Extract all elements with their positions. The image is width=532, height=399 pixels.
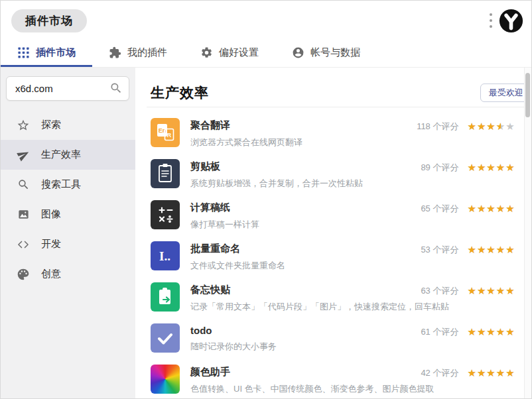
image-icon (17, 208, 30, 221)
calculator-icon (151, 200, 180, 229)
tab-market[interactable]: 插件市场 (1, 40, 92, 67)
rating-count: 61 个评分 (421, 326, 458, 338)
clipboard-icon (151, 159, 180, 188)
sidebar-item-dev[interactable]: 开发 (1, 229, 135, 259)
sidebar-item-label: 图像 (41, 208, 61, 221)
sidebar-item-label: 探索 (41, 119, 61, 131)
plugin-desc: 记录「常用文本」「代码片段」「图片」，快速搜索定位，回车粘贴 (190, 301, 421, 313)
plugin-desc: 文件或文件夹批量重命名 (190, 260, 421, 272)
star-rating-icon: ★★★★★★★★★★ (467, 286, 515, 296)
rating-count: 65 个评分 (421, 203, 458, 215)
sidebar-search (6, 76, 129, 101)
check-icon (151, 323, 180, 353)
star-rating-icon: ★★★★★★★★★★ (467, 368, 515, 378)
plugin-rating: 42 个评分★★★★★★★★★★ (421, 367, 515, 379)
tab-account[interactable]: 帐号与数据 (275, 40, 377, 67)
plugin-desc: 像打草稿一样计算 (190, 219, 421, 231)
scrollbar[interactable] (524, 68, 531, 399)
plugin-row[interactable]: 剪贴板系统剪贴板增强，合并复制，合并一次性粘贴89 个评分★★★★★★★★★★ (151, 154, 531, 196)
puzzle-icon (109, 46, 121, 59)
main-panel: 生产效率 最受欢迎 EnR聚合翻译浏览器方式聚合在线网页翻译118 个评分★★★… (135, 68, 531, 399)
plugin-row[interactable]: 备忘快贴记录「常用文本」「代码片段」「图片」，快速搜索定位，回车粘贴63 个评分… (151, 278, 531, 319)
plugin-name: 备忘快贴 (190, 284, 421, 296)
star-rating-icon: ★★★★★★★★★★ (467, 121, 515, 132)
plugin-row[interactable]: todo随时记录你的大小事务61 个评分★★★★★★★★★★ (151, 319, 531, 360)
tab-label: 偏好设置 (219, 46, 259, 59)
topbar-actions (487, 9, 523, 33)
plugin-row[interactable]: I..批量重命名文件或文件夹批量重命名53 个评分★★★★★★★★★★ (151, 237, 531, 278)
star-icon (17, 119, 30, 132)
plugin-row[interactable]: EnR聚合翻译浏览器方式聚合在线网页翻译118 个评分★★★★★★★★★★ (151, 113, 531, 154)
rating-count: 63 个评分 (421, 285, 458, 297)
translate-icon: EnR (151, 118, 180, 147)
color-wheel-icon (151, 365, 180, 394)
kebab-menu-icon[interactable] (487, 9, 495, 32)
search-icon[interactable] (109, 82, 123, 95)
tab-label: 帐号与数据 (310, 46, 360, 59)
plugin-name: 计算稿纸 (190, 201, 421, 214)
sidebar-item-creative[interactable]: 创意 (1, 259, 135, 289)
plugin-desc: 系统剪贴板增强，合并复制，合并一次性粘贴 (190, 178, 421, 190)
sort-dropdown-label: 最受欢迎 (489, 87, 523, 99)
svg-text:R: R (167, 132, 172, 139)
plugin-rating: 63 个评分★★★★★★★★★★ (421, 285, 515, 297)
gear-icon (200, 46, 213, 59)
search-icon (17, 178, 30, 192)
rating-count: 53 个评分 (421, 244, 458, 256)
plugin-name: 颜色助手 (190, 366, 421, 378)
star-rating-icon: ★★★★★★★★★★ (467, 203, 515, 214)
plugin-rating: 61 个评分★★★★★★★★★★ (421, 326, 515, 338)
sidebar-item-explore[interactable]: 探索 (1, 110, 135, 140)
plugin-desc: 色值转换、UI 色卡、中国传统颜色、渐变色参考、图片颜色提取 (190, 383, 421, 395)
sidebar: 探索生产效率搜索工具图像开发创意 (1, 68, 135, 399)
rating-count: 118 个评分 (417, 121, 458, 133)
sidebar-item-productivity[interactable]: 生产效率 (1, 140, 135, 170)
sidebar-item-search-tools[interactable]: 搜索工具 (1, 170, 135, 200)
tab-bar: 插件市场我的插件偏好设置帐号与数据 (1, 40, 531, 68)
plugin-rating: 65 个评分★★★★★★★★★★ (421, 203, 515, 215)
sidebar-item-label: 创意 (41, 268, 61, 280)
plugin-name: 剪贴板 (190, 160, 421, 173)
main-header: 生产效率 最受欢迎 (151, 68, 531, 107)
plugin-rating: 118 个评分★★★★★★★★★★ (417, 121, 515, 133)
sidebar-item-label: 开发 (41, 238, 61, 251)
person-icon (292, 46, 304, 59)
plugin-desc: 随时记录你的大小事务 (190, 341, 421, 353)
svg-text:I..: I.. (159, 249, 170, 263)
window-topbar: 插件市场 (1, 1, 531, 40)
utools-logo-icon[interactable] (499, 9, 523, 33)
content-area: 探索生产效率搜索工具图像开发创意 生产效率 最受欢迎 EnR聚合翻译浏览器方式聚… (1, 68, 531, 399)
plugin-row[interactable]: 计算稿纸像打草稿一样计算65 个评分★★★★★★★★★★ (151, 196, 531, 237)
tab-label: 插件市场 (36, 46, 76, 59)
memo-icon (151, 282, 180, 312)
sidebar-item-label: 搜索工具 (41, 178, 81, 191)
plugin-rating: 89 个评分★★★★★★★★★★ (421, 162, 515, 174)
scrollbar-thumb[interactable] (525, 73, 530, 117)
plugin-rating: 53 个评分★★★★★★★★★★ (421, 244, 515, 256)
rating-count: 89 个评分 (421, 162, 458, 174)
paper-plane-icon (17, 148, 30, 162)
tab-label: 我的插件 (127, 46, 167, 59)
palette-icon (17, 268, 30, 281)
plugin-name: todo (190, 325, 421, 336)
sidebar-item-image[interactable]: 图像 (1, 200, 135, 229)
tab-preferences[interactable]: 偏好设置 (184, 40, 275, 67)
star-rating-icon: ★★★★★★★★★★ (467, 245, 515, 255)
star-rating-icon: ★★★★★★★★★★ (467, 162, 515, 173)
app-window: 插件市场 插件市场我的插件偏好设置帐号与数据 (0, 0, 532, 399)
page-title: 生产效率 (151, 84, 209, 102)
rename-icon: I.. (151, 241, 180, 270)
plugin-row[interactable]: 颜色助手色值转换、UI 色卡、中国传统颜色、渐变色参考、图片颜色提取42 个评分… (151, 360, 531, 399)
sidebar-item-label: 生产效率 (41, 148, 81, 161)
plugin-name: 聚合翻译 (190, 119, 417, 132)
tab-my-plugins[interactable]: 我的插件 (92, 40, 184, 67)
grid-icon (17, 46, 30, 59)
plugin-name: 批量重命名 (190, 243, 421, 255)
rating-count: 42 个评分 (421, 367, 458, 379)
star-rating-icon: ★★★★★★★★★★ (467, 327, 515, 337)
plugin-desc: 浏览器方式聚合在线网页翻译 (190, 137, 417, 148)
code-icon (17, 238, 30, 251)
app-badge: 插件市场 (11, 9, 87, 32)
